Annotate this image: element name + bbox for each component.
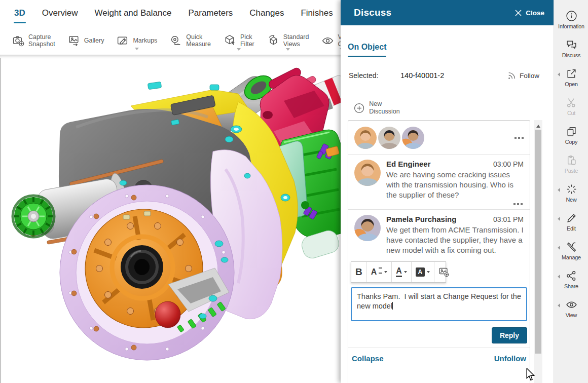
rail-label: Copy xyxy=(565,139,577,145)
flyout-chevron-icon xyxy=(556,303,560,308)
chevron-down-icon xyxy=(404,271,407,275)
pick-filter-label: Pick Filter xyxy=(240,33,254,48)
reply-input[interactable]: Thanks Pam. I will start a Change Reques… xyxy=(351,287,527,321)
rail-item-paste: Paste xyxy=(554,155,588,174)
flyout-chevron-icon xyxy=(556,275,560,279)
gallery-icon xyxy=(68,34,81,47)
pick-filter-icon xyxy=(224,34,237,47)
rail-label: Cut xyxy=(567,110,575,116)
rail-item-edit[interactable]: Edit xyxy=(554,212,588,232)
circle-plus-icon xyxy=(354,102,364,114)
bold-button[interactable]: B xyxy=(351,262,367,282)
selected-object-id: 140-f40001-2 xyxy=(400,71,444,80)
discussion-menu-button[interactable] xyxy=(514,137,524,139)
chevron-down-icon xyxy=(427,271,430,275)
cut-icon xyxy=(566,97,577,108)
rail-item-discuss[interactable]: Discuss xyxy=(554,39,588,58)
participant-avatar-1[interactable] xyxy=(354,127,377,149)
rich-text-toolbar: B A A A xyxy=(351,261,446,283)
tab-on-object[interactable]: On Object xyxy=(348,43,386,57)
text-caret xyxy=(392,302,393,310)
rail-label: Open xyxy=(565,81,578,87)
tab-weight-and-balance[interactable]: Weight and Balance xyxy=(95,8,172,18)
close-panel-button[interactable]: Close xyxy=(515,9,544,17)
tab-overview[interactable]: Overview xyxy=(42,8,78,18)
font-style-button[interactable]: A xyxy=(367,262,392,282)
capture-snapshot-button[interactable]: Capture Snapshot xyxy=(12,33,55,48)
capture-snapshot-label: Capture Snapshot xyxy=(28,33,55,48)
reply-text: Thanks Pam. I will start a Change Reques… xyxy=(357,292,523,311)
viewer-toolbar: Capture Snapshot Gallery Markups xyxy=(0,26,341,55)
rail-label: View xyxy=(566,312,577,318)
discuss-icon xyxy=(566,39,577,51)
reply-button[interactable]: Reply xyxy=(492,327,527,343)
unfollow-link[interactable]: Unfollow xyxy=(494,354,526,363)
follow-button[interactable]: Follow xyxy=(507,71,539,80)
message-menu-button[interactable] xyxy=(513,203,523,205)
font-style-glyph: A xyxy=(371,267,377,277)
tab-parameters[interactable]: Parameters xyxy=(188,8,233,18)
tab-3d[interactable]: 3D xyxy=(14,8,25,18)
viewer-region: 3D Overview Weight and Balance Parameter… xyxy=(0,0,341,383)
rail-item-manage[interactable]: Manage xyxy=(554,241,588,260)
markups-icon xyxy=(117,34,129,47)
rail-label: Paste xyxy=(565,168,578,174)
command-rail: Information Discuss Open Cut Copy xyxy=(554,0,588,383)
highlight-color-button[interactable]: A xyxy=(412,262,434,282)
mouse-cursor xyxy=(526,368,536,381)
rail-item-new[interactable]: New xyxy=(554,183,588,203)
standard-views-icon xyxy=(267,34,280,47)
open-icon xyxy=(566,68,577,80)
flyout-chevron-icon xyxy=(556,217,560,221)
pick-filter-button[interactable]: Pick Filter xyxy=(224,33,254,48)
scroll-up-icon[interactable] xyxy=(536,123,540,128)
quick-measure-button[interactable]: Quick Measure xyxy=(170,33,211,48)
author-avatar[interactable] xyxy=(354,160,381,186)
font-lines-icon xyxy=(379,267,382,274)
visibility-controls-icon xyxy=(321,34,334,47)
pick-filter-dropdown-caret-icon[interactable] xyxy=(237,48,241,53)
markups-dropdown-caret-icon[interactable] xyxy=(135,48,139,52)
message-item: Ed Engineer 03:00 PM We are having some … xyxy=(354,155,524,200)
rail-label: Information xyxy=(558,23,584,29)
quick-measure-label: Quick Measure xyxy=(186,33,211,48)
collapse-link[interactable]: Collapse xyxy=(352,354,384,363)
rail-item-share[interactable]: Share xyxy=(554,270,588,289)
flyout-chevron-icon xyxy=(556,188,560,192)
rail-item-open[interactable]: Open xyxy=(554,68,588,87)
standard-views-button[interactable]: Standard Views xyxy=(267,33,309,48)
rail-item-information[interactable]: Information xyxy=(554,10,588,29)
markups-button[interactable]: Markups xyxy=(117,34,157,47)
gallery-label: Gallery xyxy=(84,37,104,44)
tab-finishes[interactable]: Finishes xyxy=(301,8,333,18)
scrollbar-thumb[interactable] xyxy=(535,130,541,354)
rail-item-copy[interactable]: Copy xyxy=(554,126,588,145)
new-discussion-button[interactable]: New Discussion xyxy=(354,100,411,116)
text-color-glyph: A xyxy=(396,267,402,277)
participants-row xyxy=(354,126,524,150)
tab-changes[interactable]: Changes xyxy=(249,8,284,18)
rail-label: Edit xyxy=(567,225,576,232)
transmission-3d-model[interactable] xyxy=(0,55,341,383)
rail-item-view[interactable]: View xyxy=(554,299,588,318)
markups-label: Markups xyxy=(133,37,157,44)
gallery-button[interactable]: Gallery xyxy=(68,34,104,47)
close-icon xyxy=(515,10,522,16)
participant-avatar-3[interactable] xyxy=(402,127,424,149)
insert-image-button[interactable] xyxy=(434,262,454,282)
participant-avatar-2[interactable] xyxy=(378,127,400,149)
message-author: Ed Engineer xyxy=(386,160,493,168)
chevron-down-icon xyxy=(384,271,387,275)
standard-views-dropdown-caret-icon[interactable] xyxy=(286,48,290,53)
author-avatar[interactable] xyxy=(354,215,381,241)
3d-viewport[interactable] xyxy=(0,55,341,383)
text-color-button[interactable]: A xyxy=(392,262,412,282)
insert-image-icon xyxy=(438,266,450,278)
rail-label: Manage xyxy=(562,254,581,260)
message-text: We get them from ACME Transmission. I ha… xyxy=(386,225,524,255)
share-icon xyxy=(566,270,577,282)
new-discussion-label: New Discussion xyxy=(369,100,411,116)
view-icon xyxy=(566,299,577,311)
panel-scrollbar[interactable] xyxy=(534,120,542,383)
close-label: Close xyxy=(526,9,544,17)
